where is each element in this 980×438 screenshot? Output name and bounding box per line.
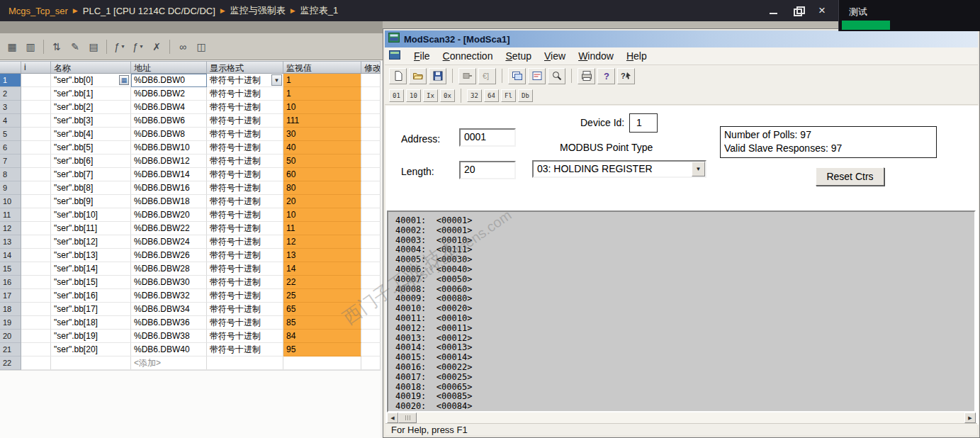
row-number[interactable]: 10 [0,195,21,208]
row-address-cell[interactable]: %DB6.DBW20 [131,208,207,222]
side-panel-test[interactable]: 测试 [838,0,980,31]
row-name-cell[interactable]: "ser".bb[2] [51,101,131,114]
row-address-cell[interactable]: %DB6.DBW28 [131,262,207,276]
row-address-cell[interactable]: %DB6.DBW12 [131,155,207,168]
row-format-cell[interactable]: 带符号十进制 [207,276,283,289]
row-number[interactable]: 2 [0,87,21,101]
row-name-cell[interactable]: "ser".bb[5] [51,141,131,155]
row-format-cell[interactable]: 带符号十进制 [207,181,283,195]
display-window-icon[interactable] [508,68,526,84]
format-button-Db[interactable]: Db [518,89,533,102]
row-format-cell[interactable]: 带符号十进制 [207,168,283,181]
chevron-down-icon[interactable]: ▼ [271,74,282,86]
column-header-3[interactable]: 显示格式 [207,62,283,73]
row-value-cell[interactable]: 13 [283,249,361,262]
row-value-cell[interactable]: 30 [283,128,361,141]
row-format-cell[interactable]: 带符号十进制 [207,101,283,114]
row-name-cell[interactable]: "ser".bb[9] [51,195,131,208]
row-address-cell[interactable]: %DB6.DBW18 [131,195,207,208]
row-number[interactable]: 3 [0,101,21,114]
modify-trigger-icon[interactable]: ƒ▼ [130,38,147,56]
row-number[interactable]: 11 [0,208,21,222]
row-name-cell[interactable]: "ser".bb[4] [51,128,131,141]
row-value-cell[interactable]: 10 [283,208,361,222]
row-name-cell[interactable] [51,356,131,370]
row-number[interactable]: 12 [0,222,21,235]
row-value-cell[interactable]: 85 [283,316,361,330]
scrollbar-track[interactable] [417,412,964,423]
row-format-cell[interactable]: 带符号十进制 [207,330,283,343]
row-address-cell[interactable]: %DB6.DBW26 [131,249,207,262]
row-format-cell[interactable]: 带符号十进制 [207,114,283,128]
row-address-cell[interactable]: %DB6.DBW4 [131,101,207,114]
format-button-Fl[interactable]: Fl [501,89,516,102]
breadcrumb-project[interactable]: Mcgs_Tcp_ser [9,6,68,16]
row-format-cell[interactable]: 带符号十进制▼ [207,74,283,87]
row-value-cell[interactable]: 80 [283,181,361,195]
row-name-cell[interactable]: "ser".bb[7] [51,168,131,181]
breadcrumb-item[interactable]: PLC_1 [CPU 1214C DC/DC/DC] [83,6,215,16]
row-number[interactable]: 17 [0,289,21,303]
row-value-cell[interactable]: 14 [283,262,361,276]
row-address-cell[interactable]: %DB6.DBW36 [131,316,207,330]
row-address-cell[interactable]: %DB6.DBW6 [131,114,207,128]
row-format-cell[interactable]: 带符号十进制 [207,249,283,262]
row-name-cell[interactable]: "ser".bb[16] [51,289,131,303]
row-value-cell[interactable]: 1 [283,87,361,101]
row-name-cell[interactable]: "ser".bb[18] [51,316,131,330]
menu-file[interactable]: File [407,49,437,63]
help-icon[interactable]: ? [597,68,615,84]
print-icon[interactable] [578,68,595,84]
row-format-cell[interactable]: 带符号十进制 [207,235,283,249]
column-header-1[interactable]: 名称 [51,62,131,73]
row-name-cell[interactable]: "ser".bb[12] [51,235,131,249]
row-value-cell[interactable]: 95 [283,343,361,356]
list-icon[interactable]: ▤ [85,38,102,56]
zoom-icon[interactable] [548,68,565,84]
restore-button[interactable] [793,6,803,16]
row-value-cell[interactable]: 20 [283,195,361,208]
show-force-icon[interactable]: ∞ [174,38,191,56]
row-number[interactable]: 5 [0,128,21,141]
row-format-cell[interactable]: 带符号十进制 [207,343,283,356]
row-number[interactable]: 16 [0,276,21,289]
watch-once-icon[interactable]: ▥ [22,38,39,56]
row-name-cell[interactable]: "ser".bb[13] [51,249,131,262]
new-file-icon[interactable] [389,68,407,84]
row-format-cell[interactable]: 带符号十进制 [207,222,283,235]
row-address-cell[interactable]: %DB6.DBW14 [131,168,207,181]
row-address-cell[interactable]: %DB6.DBW32 [131,289,207,303]
row-address-cell[interactable]: %DB6.DBW22 [131,222,207,235]
row-format-cell[interactable]: 带符号十进制 [207,195,283,208]
row-value-cell[interactable]: 25 [283,289,361,303]
show-watch-icon[interactable]: ◫ [193,38,210,56]
row-number[interactable]: 19 [0,316,21,330]
column-header-5[interactable]: 修改 [361,62,381,73]
row-name-cell[interactable]: "ser".bb[14] [51,262,131,276]
row-format-cell[interactable]: 带符号十进制 [207,303,283,316]
row-number[interactable]: 4 [0,114,21,128]
row-format-cell[interactable]: 带符号十进制 [207,208,283,222]
row-address-cell[interactable]: %DB6.DBW40 [131,343,207,356]
row-name-cell[interactable]: "ser".bb[3] [51,114,131,128]
watch-all-icon[interactable]: ▦ [4,38,21,56]
menu-view[interactable]: View [538,49,572,63]
point-type-dropdown[interactable]: 03: HOLDING REGISTER ▼ [532,160,706,178]
scroll-left-icon[interactable]: ◀ [387,412,398,423]
sort-rows-icon[interactable]: ⇅ [48,38,65,56]
row-value-cell[interactable]: 22 [283,276,361,289]
row-format-cell[interactable]: 带符号十进制 [207,262,283,276]
disconnect-icon[interactable]: €] [478,68,496,84]
table-add-row[interactable]: 22<添加> [0,356,381,370]
row-name-cell[interactable]: "ser".bb[11] [51,222,131,235]
menu-connection[interactable]: Connection [437,49,500,63]
row-number[interactable]: 8 [0,168,21,181]
close-button[interactable]: × [817,6,827,16]
save-icon[interactable] [429,68,446,84]
scroll-right-icon[interactable]: ▶ [964,412,976,423]
row-value-cell[interactable]: 84 [283,330,361,343]
address-input[interactable]: 0001 [459,128,516,147]
stop-modify-icon[interactable]: ✗ [148,38,165,56]
column-header-0[interactable]: i [21,62,51,73]
row-number[interactable]: 1 [0,74,21,87]
